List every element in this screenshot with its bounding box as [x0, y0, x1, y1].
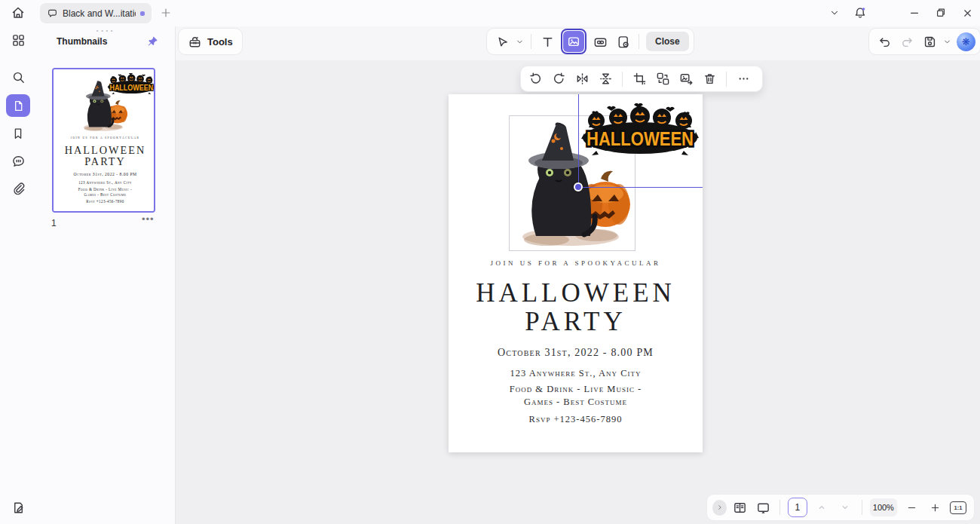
- minimize-button[interactable]: [904, 2, 925, 23]
- flip-vertical-icon: [599, 72, 613, 86]
- plus-icon: [929, 502, 941, 513]
- thumbnail-more-button[interactable]: •••: [142, 213, 155, 225]
- new-tab-button[interactable]: [155, 2, 176, 23]
- selection-edge-left: [578, 94, 580, 187]
- home-icon: [11, 5, 26, 20]
- stamp-tool-button[interactable]: [612, 31, 633, 52]
- invite-kicker: JOIN US FOR A SPOOKYACULAR: [54, 136, 155, 139]
- invite-title-line2[interactable]: PARTY: [449, 307, 703, 337]
- presentation-icon: [756, 501, 770, 515]
- extract-image-button[interactable]: [675, 69, 697, 90]
- delete-image-button[interactable]: [699, 69, 720, 90]
- thumbnail-page-number: 1: [51, 218, 57, 228]
- invite-title-line1[interactable]: HALLOWEEN: [449, 278, 703, 308]
- divider: [531, 34, 531, 49]
- text-tool-icon: [541, 35, 555, 49]
- halloween-banner-image: HALLOWEEN: [108, 73, 155, 95]
- tools-button[interactable]: Tools: [178, 28, 243, 55]
- sidebar-item-search[interactable]: [8, 66, 29, 87]
- chevron-up-icon: [816, 502, 827, 513]
- pin-icon[interactable]: [146, 35, 159, 47]
- panel-resize-handle[interactable]: ····: [96, 25, 115, 36]
- close-edit-button[interactable]: Close: [646, 32, 689, 51]
- previous-page-button[interactable]: [811, 497, 832, 518]
- toolbox-icon: [188, 35, 202, 49]
- invite-address[interactable]: 123 Anywhere St., Any City: [449, 368, 703, 379]
- select-tool-button[interactable]: [492, 31, 513, 52]
- link-icon: [593, 35, 608, 49]
- page-number-input[interactable]: 1: [788, 498, 807, 517]
- thumbnail-page-1[interactable]: HALLOWEEN JOIN US FOR A SPOOKYACULAR HAL…: [52, 68, 155, 213]
- image-tool-button[interactable]: [563, 31, 584, 52]
- notifications-button[interactable]: [850, 2, 871, 23]
- redo-icon: [900, 35, 914, 49]
- invite-rsvp[interactable]: Rsvp +123-456-7890: [449, 414, 703, 425]
- close-icon: [962, 8, 973, 19]
- chevron-right-icon: [715, 503, 724, 512]
- invite-kicker[interactable]: JOIN US FOR A SPOOKYACULAR: [449, 259, 703, 267]
- title-bar: Black and W...itation (1): [0, 0, 980, 26]
- invite-datetime: October 31st, 2022 - 8.00 PM: [54, 172, 155, 177]
- link-tool-button[interactable]: [590, 31, 611, 52]
- crop-icon: [632, 72, 647, 86]
- zoom-level-input[interactable]: 100%: [870, 498, 897, 516]
- sidebar-item-bookmarks[interactable]: [8, 123, 29, 144]
- invite-activities-line1[interactable]: Food & Drink - Live Music -: [449, 384, 703, 395]
- save-button[interactable]: [919, 31, 940, 52]
- home-button[interactable]: [8, 2, 29, 23]
- maximize-button[interactable]: [930, 2, 951, 23]
- invite-title-line2: PARTY: [54, 156, 155, 168]
- ai-assistant-button[interactable]: ❋: [957, 32, 975, 51]
- select-tool-dropdown[interactable]: [514, 31, 525, 52]
- document-pen-icon: [11, 501, 26, 515]
- image-tool-selected-border: [561, 29, 586, 54]
- halloween-banner-image[interactable]: HALLOWEEN: [581, 103, 699, 158]
- zoom-in-button[interactable]: [924, 497, 945, 518]
- document-page: HALLOWEEN JOIN US FOR A SPOOKYACULAR HAL…: [449, 94, 703, 452]
- rotate-right-button[interactable]: [548, 69, 569, 90]
- save-dropdown[interactable]: [942, 31, 953, 52]
- more-options-button[interactable]: [733, 69, 754, 90]
- minus-icon: [906, 502, 917, 513]
- apps-grid-icon: [11, 33, 26, 47]
- status-bar: 1 100% 1:1: [706, 494, 975, 521]
- divider: [779, 500, 780, 515]
- next-page-button[interactable]: [835, 497, 856, 518]
- document-tab[interactable]: Black and W...itation (1): [40, 3, 152, 23]
- chevron-down-icon: [516, 38, 524, 46]
- comment-icon: [11, 154, 26, 168]
- page-layout-button[interactable]: [729, 497, 750, 518]
- sidebar-item-attachments[interactable]: [8, 178, 29, 199]
- sidebar-item-sign[interactable]: [8, 497, 29, 518]
- redo-button[interactable]: [896, 31, 917, 52]
- restore-icon: [935, 7, 947, 19]
- selection-corner-handle[interactable]: [574, 182, 583, 192]
- sidebar-item-comments[interactable]: [8, 150, 29, 171]
- text-tool-button[interactable]: [537, 31, 558, 52]
- tools-button-label: Tools: [207, 36, 233, 47]
- invite-activities-line2[interactable]: Games - Best Costume: [449, 397, 703, 408]
- document-tab-icon: [47, 8, 58, 19]
- replace-image-button[interactable]: [652, 69, 673, 90]
- crop-button[interactable]: [629, 69, 650, 90]
- page-pin-icon: [616, 35, 630, 49]
- flip-vertical-button[interactable]: [595, 69, 616, 90]
- invite-datetime[interactable]: October 31st, 2022 - 8.00 PM: [449, 347, 703, 359]
- titlebar-dropdown-button[interactable]: [824, 2, 845, 23]
- statusbar-collapse-button[interactable]: [712, 500, 727, 516]
- rotate-left-button[interactable]: [525, 69, 546, 90]
- minimize-icon: [908, 7, 920, 19]
- left-sidebar: [0, 26, 36, 524]
- tab-title: Black and W...itation (1): [63, 8, 136, 19]
- close-window-button[interactable]: [957, 2, 978, 23]
- sidebar-item-thumbnails[interactable]: [6, 94, 30, 117]
- chevron-down-icon: [943, 38, 951, 46]
- undo-button[interactable]: [874, 31, 895, 52]
- flip-horizontal-button[interactable]: [571, 69, 593, 90]
- bell-icon: [853, 6, 867, 20]
- sidebar-item-apps[interactable]: [8, 29, 29, 51]
- presentation-mode-button[interactable]: [752, 497, 773, 518]
- fit-page-button[interactable]: 1:1: [948, 497, 969, 518]
- bookmark-icon: [11, 127, 25, 140]
- zoom-out-button[interactable]: [901, 497, 922, 518]
